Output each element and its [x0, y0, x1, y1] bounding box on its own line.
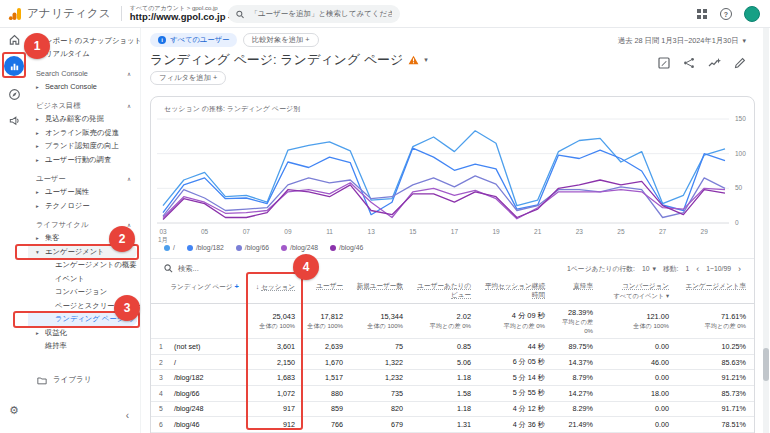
- sidebar-item-online-sales[interactable]: ▸オンライン販売の促進: [28, 126, 140, 140]
- totals-cell: 17,812全体の 100%: [303, 304, 351, 339]
- metric-cell: 5 分 55 秒: [479, 386, 553, 402]
- table-row[interactable]: 6/blog/469127666791.314 分 36 秒21.49%0.00…: [151, 417, 754, 433]
- insights-icon[interactable]: [708, 57, 721, 69]
- table-row[interactable]: 5/blog/2489178598201.184 分 12 秒8.29%0.00…: [151, 401, 754, 417]
- landing-page-value: (not set): [174, 342, 200, 351]
- sidebar-item-monetization[interactable]: ▸収益化: [28, 326, 140, 340]
- column-header-6[interactable]: 直帰率: [553, 278, 601, 304]
- topbar-divider: [121, 6, 122, 21]
- metric-cell: 1,517: [303, 370, 351, 386]
- svg-text:09: 09: [284, 228, 292, 235]
- column-header-5[interactable]: 平均セッション継続時間: [479, 278, 553, 304]
- metric-cell: 820: [351, 401, 411, 417]
- svg-text:1月: 1月: [158, 236, 168, 244]
- add-comparison-label: 比較対象を追加 +: [252, 35, 310, 45]
- metric-cell: 18.00: [601, 386, 677, 402]
- metric-cell: 1.58: [411, 386, 479, 402]
- sidebar-item-technology[interactable]: ▸テクノロジー: [28, 199, 140, 213]
- scrollbar-thumb[interactable]: [763, 348, 769, 381]
- totals-cell: 15,344全体の 100%: [351, 304, 411, 339]
- next-page-icon[interactable]: ›: [738, 264, 741, 274]
- user-avatar[interactable]: [744, 6, 760, 22]
- rows-per-page-select[interactable]: 10 ▾: [642, 265, 656, 273]
- report-actions: [658, 57, 746, 69]
- chevron-down-icon[interactable]: ▾: [424, 56, 428, 64]
- landing-page-cell: 4/blog/66: [151, 386, 247, 402]
- sidebar-gap: [28, 353, 140, 373]
- all-users-chip-label: すべてのユーザー: [170, 35, 229, 45]
- sidebar-item-search-console[interactable]: ▸Search Console: [28, 80, 140, 94]
- edit-chart-icon[interactable]: [658, 57, 670, 69]
- table-row[interactable]: 3/blog/1821,6831,5171,2321.185 分 14 秒8.7…: [151, 370, 754, 386]
- legend-label: /blog/46: [339, 244, 363, 251]
- sidebar-item-user-behavior[interactable]: ▸ユーザー行動の調査: [28, 153, 140, 167]
- reports-icon[interactable]: [0, 56, 28, 76]
- column-header-1[interactable]: ↓セッション: [247, 278, 303, 304]
- svg-text:21: 21: [534, 228, 542, 235]
- svg-text:50: 50: [735, 184, 743, 191]
- all-users-chip[interactable]: i すべてのユーザー: [150, 33, 237, 47]
- sidebar-item-business-goals-header[interactable]: ビジネス目標∧: [28, 100, 140, 113]
- column-header-4[interactable]: ユーザーあたりのビュー: [411, 278, 479, 304]
- analytics-logo[interactable]: アナリティクス: [8, 6, 111, 21]
- sessions-trend-chart[interactable]: 050100150031月05070911131517192123252729: [153, 111, 754, 247]
- column-header-2[interactable]: ユーザー: [303, 278, 351, 304]
- add-filter-chip[interactable]: フィルタを追加 +: [150, 71, 226, 85]
- metric-cell: 85.63%: [677, 354, 754, 370]
- column-subheader[interactable]: すべてのイベント ▾: [601, 292, 669, 300]
- metric-cell: 2,150: [247, 354, 303, 370]
- legend-item[interactable]: /blog/46: [330, 244, 363, 251]
- sidebar-item-search-console-header[interactable]: Search Console∧: [28, 67, 140, 80]
- metric-cell: 2,639: [303, 339, 351, 355]
- settings-gear-icon[interactable]: ⚙: [0, 404, 28, 417]
- apps-grid-icon[interactable]: [696, 8, 708, 20]
- column-header-7[interactable]: コンバージョンすべてのイベント ▾: [601, 278, 677, 304]
- metric-cell: 917: [247, 401, 303, 417]
- table-row[interactable]: 1(not set)3,6012,639750.8544 秒89.75%0.00…: [151, 339, 754, 355]
- table-toolbar: 検索... 1ページあたりの行数: 10 ▾ 移動: 1 ‹ 1~10/99 ›: [151, 258, 754, 278]
- legend-item[interactable]: /blog/248: [281, 244, 318, 251]
- sidebar-item-lead-generation[interactable]: ▸見込み顧客の発掘: [28, 113, 140, 127]
- search-placeholder: 「ユーザーを追加」と検索してみてください: [250, 9, 392, 19]
- metric-cell: 21.49%: [553, 417, 601, 433]
- collapse-sidebar-icon[interactable]: ‹: [126, 410, 129, 421]
- customize-report-icon[interactable]: [734, 57, 746, 69]
- previous-page-icon[interactable]: ‹: [696, 264, 699, 274]
- date-range-label: 過去 28 日間 1月3日~2024年1月30日: [618, 36, 739, 46]
- sidebar-item-retention[interactable]: 維持率: [28, 340, 140, 354]
- column-header-3[interactable]: 新規ユーザー数: [351, 278, 411, 304]
- chevron-right-icon: ▸: [36, 189, 45, 195]
- sidebar-item-user-header[interactable]: ユーザー∧: [28, 173, 140, 186]
- metric-cell: 1.18: [411, 370, 479, 386]
- help-icon[interactable]: ?: [720, 8, 732, 20]
- legend-item[interactable]: /: [164, 244, 175, 251]
- svg-text:13: 13: [368, 228, 376, 235]
- table-row[interactable]: 2/2,1501,6701,3225.066 分 05 秒14.37%46.00…: [151, 354, 754, 370]
- warning-icon[interactable]: [408, 55, 419, 65]
- sidebar-item-engagement-overview[interactable]: エンゲージメントの概要: [28, 259, 140, 273]
- column-header-landing-page[interactable]: ランディング ページ+: [151, 278, 247, 304]
- share-icon[interactable]: [683, 57, 695, 69]
- table-search-input[interactable]: 検索...: [164, 264, 199, 274]
- sidebar-item-user-attributes[interactable]: ▸ユーザー属性: [28, 186, 140, 200]
- explore-icon[interactable]: [0, 88, 28, 101]
- advertising-icon[interactable]: [0, 114, 28, 127]
- table-row[interactable]: 4/blog/661,0728807351.585 分 55 秒14.27%18…: [151, 386, 754, 402]
- metric-cell: 89.75%: [553, 339, 601, 355]
- totals-cell: 28.39%平均との差 0%: [553, 304, 601, 339]
- legend-dot-icon: [236, 245, 242, 251]
- info-icon: i: [158, 36, 166, 44]
- search-input[interactable]: 「ユーザーを追加」と検索してみてください: [228, 5, 400, 23]
- sidebar-item-library[interactable]: ライブラリ: [28, 373, 140, 387]
- legend-item[interactable]: /blog/66: [236, 244, 269, 251]
- sidebar-item-brand-awareness[interactable]: ▸ブランド認知度の向上: [28, 140, 140, 154]
- legend-item[interactable]: /blog/182: [187, 244, 224, 251]
- metric-cell: 1,322: [351, 354, 411, 370]
- sidebar-item-events[interactable]: イベント: [28, 272, 140, 286]
- analytics-logo-icon: [8, 7, 22, 21]
- add-dimension-icon[interactable]: +: [235, 282, 239, 291]
- column-header-8[interactable]: エンゲージメント率: [677, 278, 754, 304]
- add-comparison-chip[interactable]: 比較対象を追加 +: [243, 33, 319, 47]
- date-range-picker[interactable]: 過去 28 日間 1月3日~2024年1月30日 ▾: [618, 36, 746, 46]
- goto-page-value[interactable]: 1: [685, 265, 689, 272]
